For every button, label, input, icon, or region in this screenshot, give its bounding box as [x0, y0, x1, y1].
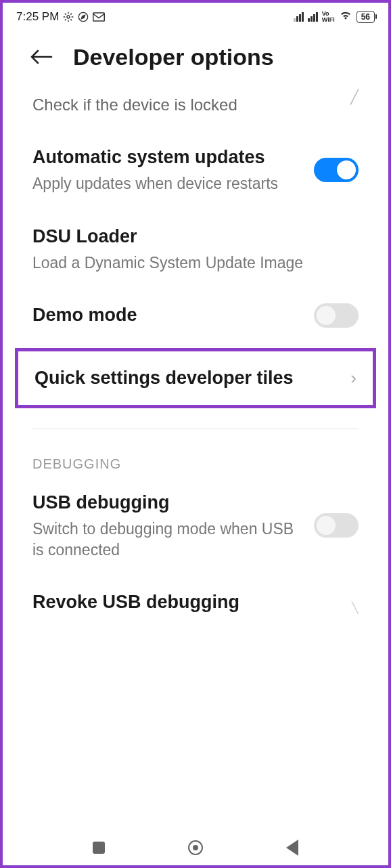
- battery-icon: 56: [356, 11, 375, 23]
- nav-home-button[interactable]: [187, 840, 204, 856]
- chevron-right-icon: ╱: [350, 89, 359, 105]
- setting-auto-updates[interactable]: Automatic system updates Apply updates w…: [3, 132, 388, 211]
- settings-list: Check if the device is locked ╱ Automati…: [3, 78, 388, 655]
- wifi-icon: [339, 9, 352, 24]
- setting-quick-tiles[interactable]: Quick settings developer tiles ›: [15, 348, 376, 408]
- section-header-debugging: DEBUGGING: [3, 429, 388, 477]
- compass-icon: [78, 12, 89, 22]
- setting-title: Revoke USB debugging: [32, 590, 340, 614]
- setting-title: DSU Loader: [32, 225, 359, 248]
- page-title: Developer options: [73, 44, 274, 70]
- settings-icon: [63, 12, 74, 22]
- signal-icon-2: [308, 12, 318, 22]
- mail-icon: [93, 12, 105, 22]
- nav-back-button[interactable]: [284, 840, 300, 856]
- setting-title: Automatic system updates: [32, 146, 302, 169]
- svg-rect-3: [93, 13, 105, 21]
- vowifi-icon: VoWiFi: [322, 11, 335, 22]
- setting-title: Demo mode: [32, 303, 302, 327]
- chevron-right-icon: ›: [350, 368, 356, 389]
- setting-desc: Check if the device is locked: [32, 94, 338, 116]
- status-time: 7:25 PM: [16, 10, 59, 24]
- chevron-right-icon: ╲: [352, 601, 359, 614]
- header: Developer options: [3, 29, 388, 78]
- status-right: VoWiFi 56: [294, 9, 375, 24]
- signal-icon-1: [294, 12, 304, 22]
- status-left: 7:25 PM: [16, 10, 105, 24]
- svg-point-0: [67, 16, 70, 18]
- setting-lock-check[interactable]: Check if the device is locked ╱: [3, 78, 388, 132]
- nav-recents-button[interactable]: [91, 840, 107, 856]
- toggle-usb-debugging[interactable]: [314, 513, 359, 538]
- toggle-demo-mode[interactable]: [314, 303, 359, 328]
- setting-title: USB debugging: [32, 491, 302, 515]
- setting-title: Quick settings developer tiles: [34, 366, 350, 390]
- setting-desc: Apply updates when device restarts: [32, 173, 302, 194]
- setting-desc: Load a Dynamic System Update Image: [32, 253, 359, 274]
- toggle-auto-updates[interactable]: [314, 158, 359, 182]
- back-arrow-icon[interactable]: [30, 43, 53, 71]
- setting-usb-debugging[interactable]: USB debugging Switch to debugging mode w…: [3, 477, 388, 577]
- navigation-bar: [3, 830, 388, 865]
- status-bar: 7:25 PM VoWiFi 56: [3, 3, 388, 29]
- setting-demo-mode[interactable]: Demo mode: [3, 290, 388, 344]
- setting-dsu-loader[interactable]: DSU Loader Load a Dynamic System Update …: [3, 211, 388, 290]
- svg-marker-2: [82, 15, 85, 18]
- setting-desc: Switch to debugging mode when USB is con…: [32, 519, 302, 561]
- setting-revoke-usb[interactable]: Revoke USB debugging ╲: [3, 577, 388, 655]
